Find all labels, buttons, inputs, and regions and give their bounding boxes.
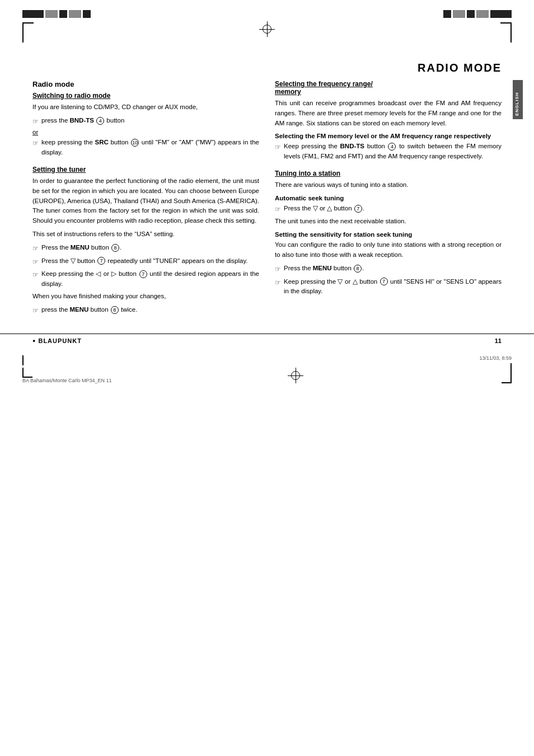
- tuner-item4-text: press the MENU button 8 twice.: [41, 305, 259, 315]
- tuner-item3-text: Keep pressing the ◁ or ▷ button 7 until …: [41, 269, 259, 289]
- bar5r: [490, 10, 512, 18]
- arrow-icon-6: ☞: [32, 306, 39, 316]
- sensitivity-item1: ☞ Press the MENU button 8.: [275, 264, 502, 275]
- subsection-fm-title: Selecting the FM memory level or the AM …: [275, 133, 502, 139]
- sensitivity-item2-text: Keep pressing the ▽ or △ button 7 until …: [284, 277, 502, 297]
- bottom-right-info: 13/11/03, 8:59: [479, 355, 512, 383]
- auto-seek-p1: The unit tunes into the next receivable …: [275, 217, 502, 227]
- arrow-icon-4: ☞: [32, 257, 39, 267]
- tuner-p1: In order to guarantee the perfect functi…: [32, 176, 259, 226]
- section-radio-mode-title: Radio mode: [32, 80, 259, 88]
- corner-bottom-left: [22, 368, 32, 378]
- top-registration-marks: [0, 0, 534, 62]
- bar5: [83, 10, 91, 18]
- bar1: [22, 10, 44, 18]
- crosshair-circle: [263, 25, 271, 34]
- top-left-marks: [22, 10, 91, 43]
- bottom-registration-marks: BA Bahamas/Monte Carlo MP34_EN 11 13/11/…: [0, 350, 534, 389]
- subsection-switching-title: Switching to radio mode: [32, 92, 259, 100]
- frequency-title-text: Selecting the frequency range/memory: [275, 80, 373, 96]
- subsection-tuning-title: Tuning into a station: [275, 170, 502, 177]
- bottom-crosshair: [288, 368, 303, 383]
- footer: BLAUPUNKT 11: [0, 334, 534, 344]
- bar-row-right: [443, 10, 512, 18]
- right-column: ENGLISH Selecting the frequency range/me…: [275, 80, 502, 318]
- arrow-icon-9: ☞: [275, 264, 281, 275]
- switching-item2: ☞ keep pressing the SRC button 10 until …: [32, 138, 259, 158]
- tuning-p1: There are various ways of tuning into a …: [275, 180, 502, 190]
- two-column-layout: Radio mode Switching to radio mode If yo…: [32, 80, 502, 318]
- corner-right: [500, 22, 512, 34]
- switching-item2-text: keep pressing the SRC button 10 until "F…: [41, 138, 259, 158]
- bar4r: [476, 10, 489, 18]
- footer-page-number: 11: [495, 337, 502, 344]
- bar4: [69, 10, 81, 18]
- bar3r: [467, 10, 475, 18]
- bottom-left-text: BA Bahamas/Monte Carlo MP34_EN 11: [22, 378, 112, 383]
- bottom-crosshair-icon: [288, 368, 303, 383]
- switching-item1-text: press the BND-TS 4 button: [41, 116, 259, 126]
- page-title-row: RADIO MODE: [32, 62, 502, 74]
- sensitivity-item1-text: Press the MENU button 8.: [284, 264, 502, 274]
- switching-p1: If you are listening to CD/MP3, CD chang…: [32, 102, 259, 112]
- tuner-item1-text: Press the MENU button 8.: [41, 243, 259, 253]
- footer-brand: BLAUPUNKT: [32, 337, 82, 344]
- arrow-icon-10: ☞: [275, 278, 281, 288]
- arrow-icon-7: ☞: [275, 142, 281, 153]
- page-content: RADIO MODE Radio mode Switching to radio…: [0, 62, 534, 318]
- bar-row-left: [22, 10, 91, 18]
- auto-seek-item1: ☞ Press the ▽ or △ button 7.: [275, 204, 502, 215]
- tuner-item2-text: Press the ▽ button 7 repeatedly until "T…: [41, 256, 259, 266]
- or-text: or: [32, 129, 259, 135]
- sensitivity-p1: You can configure the radio to only tune…: [275, 240, 502, 260]
- tuner-p3: When you have finished making your chang…: [32, 292, 259, 302]
- arrow-icon-5: ☞: [32, 270, 39, 280]
- tuner-item2: ☞ Press the ▽ button 7 repeatedly until …: [32, 256, 259, 267]
- arrow-icon-3: ☞: [32, 243, 39, 254]
- tuning-title-text: Tuning into a station: [275, 170, 340, 177]
- bar1r: [443, 10, 451, 18]
- tuner-item1: ☞ Press the MENU button 8.: [32, 243, 259, 254]
- top-right-marks: [443, 10, 512, 43]
- fm-item1-text: Keep pressing the BND-TS button 4 to swi…: [284, 142, 502, 162]
- tuner-p2: This set of instructions refers to the “…: [32, 229, 259, 240]
- arrow-icon-1: ☞: [32, 116, 39, 127]
- bar2: [45, 10, 58, 18]
- crosshair-icon: [259, 21, 275, 37]
- tuner-item4: ☞ press the MENU button 8 twice.: [32, 305, 259, 316]
- bar2r: [453, 10, 465, 18]
- bar3: [59, 10, 67, 18]
- bottom-left-info: BA Bahamas/Monte Carlo MP34_EN 11: [22, 355, 112, 383]
- corner-bottom-right: [502, 373, 512, 383]
- sensitivity-item2: ☞ Keep pressing the ▽ or △ button 7 unti…: [275, 277, 502, 297]
- subsection-sensitivity-title: Setting the sensitivity for station seek…: [275, 231, 502, 238]
- switching-item1: ☞ press the BND-TS 4 button: [32, 116, 259, 127]
- fm-item1: ☞ Keep pressing the BND-TS button 4 to s…: [275, 142, 502, 162]
- arrow-icon-8: ☞: [275, 204, 281, 215]
- tuner-item3: ☞ Keep pressing the ◁ or ▷ button 7 unti…: [32, 269, 259, 289]
- subsection-frequency-title: Selecting the frequency range/memory: [275, 80, 502, 96]
- arrow-icon-2: ☞: [32, 138, 39, 149]
- subsection-tuner-title: Setting the tuner: [32, 166, 259, 173]
- frequency-p1: This unit can receive programmes broadca…: [275, 98, 502, 128]
- bottom-date-text: 13/11/03, 8:59: [479, 355, 512, 361]
- bottom-crosshair-circle: [291, 371, 300, 380]
- center-crosshair: [259, 21, 275, 37]
- page-title: RADIO MODE: [418, 62, 502, 74]
- left-column: Radio mode Switching to radio mode If yo…: [32, 80, 259, 318]
- english-tab: ENGLISH: [513, 80, 523, 119]
- subsection-auto-seek-title: Automatic seek tuning: [275, 195, 502, 201]
- corner-left: [22, 22, 34, 34]
- auto-seek-item1-text: Press the ▽ or △ button 7.: [284, 204, 502, 214]
